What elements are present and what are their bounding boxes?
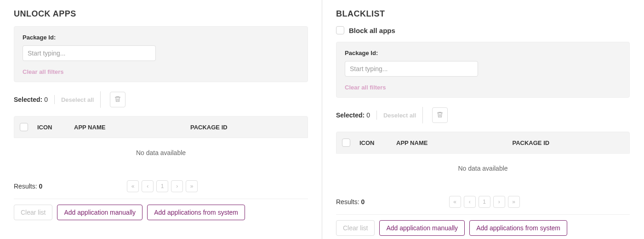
results-count: 0 [361,198,365,206]
filter-label: Package Id: [23,34,299,41]
deselect-all-button[interactable]: Deselect all [61,96,94,103]
trash-icon [436,111,444,120]
separator [54,95,55,104]
column-icon: ICON [359,139,392,146]
blacklist-title: BLACKLIST [336,9,630,19]
unlock-apps-title: UNLOCK APPS [14,9,308,19]
results-row: Results: 0 « ‹ 1 › » [336,196,630,215]
selected-label: Selected: [14,96,42,103]
table-header: ICON APP NAME PACKAGE ID [336,132,630,154]
filter-label: Package Id: [345,50,621,56]
page-first-button[interactable]: « [449,196,461,208]
package-id-input[interactable] [345,61,478,77]
column-app-name: APP NAME [396,139,508,146]
results-label: Results: [336,198,359,206]
results-label: Results: [14,183,37,190]
clear-list-button[interactable]: Clear list [336,220,375,236]
block-all-row: Block all apps [336,26,630,34]
filter-box: Package Id: Clear all filters [336,42,630,98]
page-prev-button[interactable]: ‹ [142,180,154,192]
block-all-checkbox[interactable] [336,26,344,34]
package-id-input[interactable] [23,45,156,61]
page-last-button[interactable]: » [508,196,520,208]
clear-list-button[interactable]: Clear list [14,205,52,220]
page-prev-button[interactable]: ‹ [464,196,476,208]
deselect-all-button[interactable]: Deselect all [383,112,416,119]
table-empty-message: No data available [336,154,630,185]
filter-box: Package Id: Clear all filters [14,26,308,82]
column-package-id: PACKAGE ID [190,124,302,131]
trash-icon [114,95,121,104]
footer-buttons: Clear list Add application manually Add … [336,220,630,236]
add-applications-from-system-button[interactable]: Add applications from system [469,220,567,236]
results-count: 0 [39,183,42,190]
blacklist-panel: BLACKLIST Block all apps Package Id: Cle… [322,0,644,239]
clear-filters-link[interactable]: Clear all filters [23,68,299,75]
select-all-checkbox[interactable] [20,123,28,131]
separator [422,107,423,123]
selected-label: Selected: [336,111,365,119]
pagination: « ‹ 1 › » [449,196,520,208]
table-header: ICON APP NAME PACKAGE ID [14,116,308,138]
page-number[interactable]: 1 [479,196,490,208]
delete-button[interactable] [110,92,125,107]
separator [376,111,377,120]
selected-count: 0 [366,111,370,119]
footer-buttons: Clear list Add application manually Add … [14,205,308,220]
clear-filters-link[interactable]: Clear all filters [345,84,621,91]
page-next-button[interactable]: › [171,180,183,192]
pagination: « ‹ 1 › » [127,180,198,192]
column-app-name: APP NAME [74,124,186,131]
add-application-manually-button[interactable]: Add application manually [57,205,142,220]
delete-button[interactable] [432,107,448,123]
unlock-apps-panel: UNLOCK APPS Package Id: Clear all filter… [0,0,322,239]
page-next-button[interactable]: › [493,196,505,208]
selected-count: 0 [44,96,48,103]
select-all-checkbox[interactable] [342,139,350,147]
selection-toolbar: Selected: 0 Deselect all [336,107,630,123]
table-empty-message: No data available [14,138,308,169]
page-last-button[interactable]: » [186,180,198,192]
column-package-id: PACKAGE ID [513,139,624,146]
add-application-manually-button[interactable]: Add application manually [379,220,465,236]
page-number[interactable]: 1 [156,180,168,192]
page-first-button[interactable]: « [127,180,139,192]
block-all-label: Block all apps [349,27,395,34]
separator [100,91,101,108]
column-icon: ICON [37,124,69,131]
add-applications-from-system-button[interactable]: Add applications from system [147,205,245,220]
selection-toolbar: Selected: 0 Deselect all [14,91,308,108]
results-row: Results: 0 « ‹ 1 › » [14,180,308,199]
